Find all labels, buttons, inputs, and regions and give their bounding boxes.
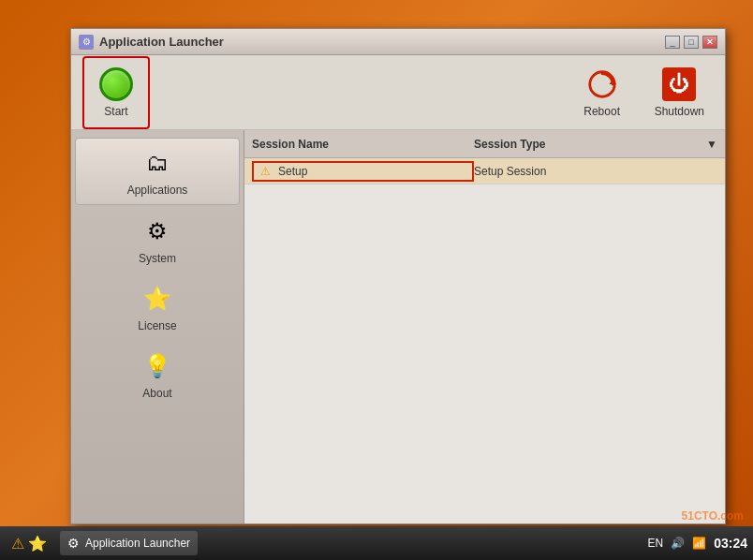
reboot-label: Reboot <box>583 105 620 118</box>
shutdown-icon <box>662 67 696 101</box>
taskbar-language: EN <box>648 537 664 550</box>
table-row[interactable]: ⚠ Setup Setup Session <box>244 158 725 184</box>
sidebar-item-about[interactable]: 💡 About <box>75 342 240 407</box>
sidebar-item-license[interactable]: ⭐ License <box>75 274 240 340</box>
col-session-name: Session Name <box>252 138 474 151</box>
watermark: 51CTO.com <box>682 509 744 523</box>
minimize-button[interactable]: _ <box>665 36 680 49</box>
taskbar-time: 03:24 <box>714 536 747 551</box>
table-body: ⚠ Setup Setup Session <box>244 158 725 523</box>
sidebar-applications-label: Applications <box>127 184 188 197</box>
sidebar-item-system[interactable]: ⚙ System <box>75 207 240 273</box>
window-title: Application Launcher <box>99 35 224 49</box>
table-header: Session Name Session Type ▼ <box>244 130 725 158</box>
setup-icon: ⚠ <box>258 164 273 179</box>
start-button[interactable]: Start <box>88 62 144 124</box>
title-bar: ⚙ Application Launcher _ □ ✕ <box>71 29 725 55</box>
taskbar-app-item[interactable]: ⚙ Application Launcher <box>60 531 198 555</box>
sidebar: 🗂 Applications ⚙ System ⭐ License 💡 Abou… <box>71 130 244 523</box>
taskbar-volume-icon[interactable]: 🔊 <box>671 537 685 550</box>
row-session-name: ⚠ Setup <box>252 161 474 182</box>
system-icon: ⚙ <box>140 214 174 248</box>
close-button[interactable]: ✕ <box>702 36 717 49</box>
taskbar-app-label: Application Launcher <box>85 537 190 550</box>
start-button-container[interactable]: Start <box>82 56 150 129</box>
desktop: ⚙ Application Launcher _ □ ✕ Start <box>0 0 753 560</box>
sort-arrow-icon[interactable]: ▼ <box>706 138 717 151</box>
taskbar-start-icon: ⚠ <box>11 535 24 553</box>
taskbar-network-icon[interactable]: 📶 <box>692 537 706 550</box>
about-icon: 💡 <box>140 349 174 383</box>
window-body: Start Reboot Shut <box>71 55 725 523</box>
title-bar-left: ⚙ Application Launcher <box>79 35 224 50</box>
title-bar-controls: _ □ ✕ <box>665 36 717 49</box>
application-launcher-window: ⚙ Application Launcher _ □ ✕ Start <box>70 28 726 524</box>
taskbar: ⚠ ⭐ ⚙ Application Launcher EN 🔊 📶 03:24 <box>0 526 753 560</box>
taskbar-start-icon2: ⭐ <box>28 535 47 553</box>
main-content: 🗂 Applications ⚙ System ⭐ License 💡 Abou… <box>71 130 725 523</box>
sidebar-license-label: License <box>138 319 176 332</box>
restore-button[interactable]: □ <box>684 36 699 49</box>
col-session-type: Session Type ▼ <box>474 138 717 151</box>
start-label: Start <box>104 105 127 118</box>
sidebar-about-label: About <box>142 387 171 400</box>
reboot-icon <box>585 67 619 101</box>
sidebar-item-applications[interactable]: 🗂 Applications <box>75 138 240 205</box>
reboot-button[interactable]: Reboot <box>574 62 630 124</box>
taskbar-start-button[interactable]: ⚠ ⭐ <box>6 533 52 554</box>
sidebar-system-label: System <box>139 252 176 265</box>
window-icon: ⚙ <box>79 35 94 50</box>
taskbar-app-icon: ⚙ <box>67 536 80 551</box>
content-area: Session Name Session Type ▼ ⚠ Setup <box>244 130 725 523</box>
row-session-type: Setup Session <box>474 165 717 178</box>
license-icon: ⭐ <box>140 282 174 316</box>
shutdown-label: Shutdown <box>655 105 704 118</box>
toolbar: Start Reboot Shut <box>71 55 725 130</box>
applications-icon: 🗂 <box>140 146 174 180</box>
start-icon <box>99 67 133 101</box>
taskbar-tray: EN 🔊 📶 03:24 <box>648 536 747 551</box>
shutdown-button[interactable]: Shutdown <box>645 62 714 124</box>
